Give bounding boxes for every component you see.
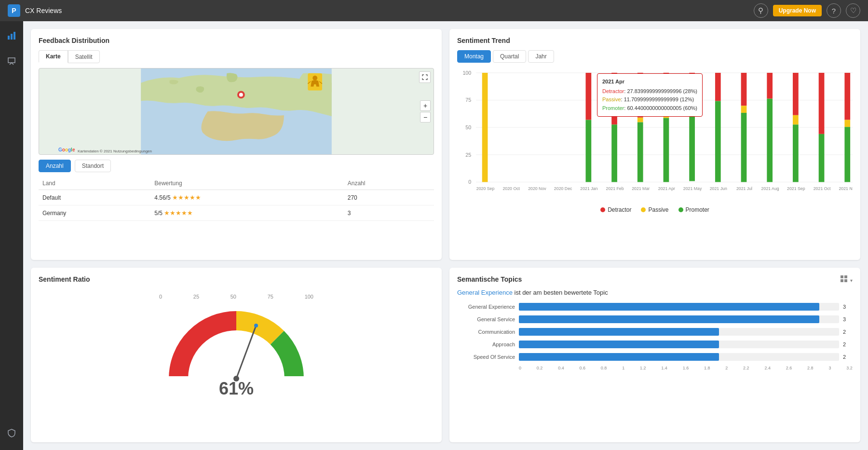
main-content: Feedback Distribution Karte Satellit: [23, 21, 868, 450]
map-zoom-controls: + −: [420, 100, 431, 123]
rating-text-1: 5/5: [154, 210, 163, 217]
stars-1: ★★★★★: [164, 209, 193, 217]
bar-row-4: Speed Of Service 2: [457, 353, 853, 361]
map-zoom-in[interactable]: +: [420, 100, 431, 111]
notifications-icon[interactable]: ♡: [846, 3, 860, 18]
legend-label-promoter: Promoter: [686, 206, 709, 213]
svg-rect-46: [715, 73, 721, 101]
topics-icon-btn[interactable]: ▾: [841, 275, 853, 284]
bar-chart: General Experience 3 General Service 3 C…: [457, 303, 853, 361]
feedback-distribution-title: Feedback Distribution: [39, 37, 434, 44]
svg-rect-40: [637, 122, 643, 182]
legend-label-passive: Passive: [648, 206, 668, 213]
bar-value-0: 3: [843, 304, 853, 310]
svg-text:100: 100: [462, 70, 471, 76]
tab-jahr[interactable]: Jahr: [528, 50, 554, 63]
svg-text:2021 Jan: 2021 Jan: [580, 186, 597, 191]
gauge-label-0: 0: [159, 294, 162, 300]
svg-point-5: [239, 93, 243, 96]
gauge-label-25: 25: [193, 294, 199, 300]
sentiment-trend-card: Sentiment Trend Montag Quartal Jahr 100 …: [449, 29, 860, 260]
svg-text:2021 Oct: 2021 Oct: [814, 186, 831, 191]
map-attribution: Kartendaten © 2021 Nutzungsbedingungen: [78, 149, 152, 153]
sidebar-item-analytics[interactable]: [4, 28, 19, 46]
legend-label-detractor: Detractor: [608, 206, 631, 213]
col-anzahl: Anzahl: [344, 177, 434, 190]
bar-value-3: 2: [843, 341, 853, 347]
app-title: CX Reviews: [25, 7, 62, 14]
svg-rect-69: [844, 279, 847, 282]
svg-text:2021 Jun: 2021 Jun: [710, 186, 727, 191]
svg-text:2021 Aug: 2021 Aug: [761, 186, 779, 191]
trend-tabs: Montag Quartal Jahr: [457, 50, 853, 63]
bar-fill-4: [519, 353, 719, 361]
upgrade-button[interactable]: Upgrade Now: [773, 5, 822, 16]
bar-fill-3: [519, 341, 719, 348]
svg-rect-52: [767, 99, 773, 182]
svg-rect-33: [482, 73, 488, 182]
svg-text:2021 Mar: 2021 Mar: [632, 186, 650, 191]
svg-text:2020 Oct: 2020 Oct: [502, 186, 520, 191]
gauge-svg: [159, 301, 313, 388]
bar-value-1: 3: [843, 316, 853, 322]
svg-rect-58: [844, 73, 850, 120]
svg-rect-45: [689, 110, 695, 181]
svg-text:2020 Sep: 2020 Sep: [476, 186, 495, 191]
btn-standort[interactable]: Standort: [75, 160, 111, 172]
bar-fill-0: [519, 303, 819, 311]
svg-text:2021 May: 2021 May: [683, 186, 702, 191]
sidebar: [0, 21, 23, 450]
bar-value-2: 2: [843, 329, 853, 335]
tab-montag[interactable]: Montag: [457, 50, 491, 63]
svg-rect-42: [664, 104, 669, 118]
bar-row-1: General Service 3: [457, 315, 853, 323]
bar-track-2: [519, 328, 839, 336]
gauge-label-100: 100: [305, 294, 313, 300]
legend-dot-promoter: [678, 207, 683, 212]
topics-subtitle: General Experience ist der am besten bew…: [457, 289, 853, 296]
svg-text:2021 Feb: 2021 Feb: [606, 186, 624, 191]
semantic-topics-title: Semantische Topics: [457, 275, 853, 283]
sentiment-ratio-title: Sentiment Ratio: [39, 275, 434, 283]
svg-text:50: 50: [465, 124, 471, 130]
bar-label-1: General Service: [457, 316, 515, 322]
svg-rect-59: [844, 120, 850, 127]
map-fullscreen-btn[interactable]: [419, 71, 431, 83]
svg-rect-38: [637, 73, 643, 118]
sidebar-item-security[interactable]: [4, 425, 19, 443]
sentiment-ratio-card: Sentiment Ratio 0 25 50 75 100: [31, 268, 442, 443]
top-navigation: P CX Reviews ⚲ Upgrade Now ? ♡: [0, 0, 868, 21]
feedback-distribution-card: Feedback Distribution Karte Satellit: [31, 29, 442, 260]
map-tab-satellit[interactable]: Satellit: [68, 50, 100, 63]
svg-rect-56: [819, 73, 825, 134]
bar-label-4: Speed Of Service: [457, 354, 515, 360]
map-container: + − Google Kartendaten © 2021 Nutzungsbe…: [39, 68, 434, 155]
svg-text:0: 0: [468, 179, 471, 185]
bar-track-3: [519, 341, 839, 348]
table-row: Default 4.56/5 ★★★★★ 270: [39, 190, 434, 205]
table-row: Germany 5/5 ★★★★★ 3: [39, 205, 434, 221]
topnav-right: ⚲ Upgrade Now ? ♡: [754, 3, 860, 18]
cell-anzahl-0: 270: [344, 190, 434, 205]
trend-chart-svg: 100 75 50 25 0 2020 Sep 2020 Oct 2020 No…: [457, 68, 853, 194]
topics-subtitle-rest: ist der am besten bewertete Topic: [515, 289, 608, 296]
map-zoom-out[interactable]: −: [420, 112, 431, 123]
bar-value-4: 2: [843, 354, 853, 360]
svg-rect-66: [841, 275, 843, 278]
tab-quartal[interactable]: Quartal: [493, 50, 526, 63]
map-tab-karte[interactable]: Karte: [39, 50, 68, 63]
svg-rect-35: [586, 120, 592, 182]
map-view-buttons: Anzahl Standort: [39, 160, 434, 172]
bar-track-1: [519, 315, 839, 323]
legend-promoter: Promoter: [678, 206, 709, 213]
svg-rect-43: [664, 118, 669, 182]
gauge-labels: 0 25 50 75 100: [159, 294, 313, 300]
search-icon[interactable]: ⚲: [754, 3, 768, 18]
btn-anzahl[interactable]: Anzahl: [39, 160, 71, 172]
gauge-container: 0 25 50 75 100: [39, 289, 434, 404]
help-icon[interactable]: ?: [827, 3, 841, 18]
svg-text:2021 Jul: 2021 Jul: [736, 186, 752, 191]
sidebar-item-reviews[interactable]: [4, 54, 19, 71]
svg-rect-41: [664, 73, 669, 104]
svg-rect-44: [689, 73, 695, 110]
